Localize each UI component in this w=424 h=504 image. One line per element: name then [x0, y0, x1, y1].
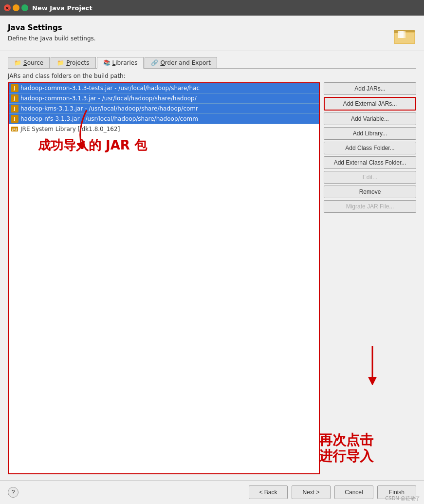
- tab-projects[interactable]: 📁 Projects: [51, 57, 95, 68]
- maximize-window-button[interactable]: [21, 4, 28, 11]
- jar-list-container[interactable]: J hadoop-common-3.1.3-tests.jar - /usr/l…: [8, 82, 320, 474]
- add-jars-button[interactable]: Add JARs...: [324, 82, 416, 95]
- back-button[interactable]: < Back: [249, 485, 288, 499]
- libraries-tab-label: Libraries: [112, 59, 138, 66]
- dialog-body: 📁 Source 📁 Projects 📚 Libraries 🔗 Order …: [0, 51, 424, 480]
- tab-libraries[interactable]: 📚 Libraries: [97, 57, 144, 69]
- header-left: Java Settings Define the Java build sett…: [8, 23, 96, 42]
- remove-button[interactable]: Remove: [324, 186, 416, 198]
- projects-tab-icon: 📁: [57, 59, 64, 66]
- next-button[interactable]: Next >: [292, 485, 331, 499]
- help-icon: ?: [12, 489, 15, 496]
- jar-item-4-text: hadoop-nfs-3.1.3.jar - /usr/local/hadoop…: [20, 115, 198, 122]
- svg-text:JRE: JRE: [12, 128, 18, 131]
- add-library-button[interactable]: Add Library...: [324, 127, 416, 140]
- annotation-right-text: 再次点击 进行导入: [319, 432, 373, 465]
- help-button[interactable]: ?: [8, 487, 18, 498]
- jar-list: J hadoop-common-3.1.3-tests.jar - /usr/l…: [9, 83, 319, 124]
- folder-icon: [393, 23, 416, 47]
- svg-rect-5: [400, 31, 406, 38]
- jar-icon-4: J: [11, 115, 18, 123]
- migrate-jar-button[interactable]: Migrate JAR File...: [324, 200, 416, 213]
- content-area: J hadoop-common-3.1.3-tests.jar - /usr/l…: [8, 82, 416, 474]
- minimize-window-button[interactable]: [13, 4, 19, 11]
- jar-item-2[interactable]: J hadoop-common-3.1.3.jar - /usr/local/h…: [9, 93, 319, 104]
- buttons-panel: Add JARs... Add External JARs... Add Var…: [324, 82, 416, 213]
- page-subtitle: Define the Java build settings.: [8, 35, 96, 42]
- jar-icon-3: J: [11, 105, 18, 112]
- dialog-footer: ? < Back Next > Cancel Finish: [0, 480, 424, 504]
- projects-tab-label: Projects: [66, 59, 89, 66]
- close-window-button[interactable]: ×: [4, 4, 11, 11]
- jar-item-3[interactable]: J hadoop-kms-3.1.3.jar - /usr/local/hado…: [9, 104, 319, 114]
- dialog: Java Settings Define the Java build sett…: [0, 16, 424, 504]
- jar-item-2-text: hadoop-common-3.1.3.jar - /usr/local/had…: [20, 95, 197, 102]
- window-title: New Java Project: [32, 4, 92, 12]
- right-panel: Add JARs... Add External JARs... Add Var…: [324, 82, 416, 474]
- tab-source[interactable]: 📁 Source: [8, 57, 50, 68]
- jre-icon: JRE: [11, 125, 18, 133]
- tab-order-export[interactable]: 🔗 Order and Export: [145, 57, 217, 68]
- libraries-tab-icon: 📚: [103, 59, 111, 66]
- annotation-right-line2: 进行导入: [319, 448, 373, 464]
- watermark: CSDN @菘敬了: [385, 495, 420, 502]
- arrow-annotation-right: [363, 346, 382, 387]
- jar-item-1[interactable]: J hadoop-common-3.1.3-tests.jar - /usr/l…: [9, 83, 319, 93]
- annotation-left-text: 成功导入的 JAR 包: [38, 137, 147, 154]
- cancel-button[interactable]: Cancel: [334, 485, 373, 499]
- add-variable-button[interactable]: Add Variable...: [324, 112, 416, 125]
- jar-icon-2: J: [11, 94, 18, 102]
- jre-item[interactable]: JRE JRE System Library [jdk1.8.0_162]: [9, 124, 319, 134]
- add-external-class-folder-button[interactable]: Add External Class Folder...: [324, 156, 416, 169]
- source-tab-icon: 📁: [14, 59, 21, 66]
- dialog-header: Java Settings Define the Java build sett…: [0, 16, 424, 51]
- source-tab-label: Source: [23, 59, 43, 66]
- jar-item-4[interactable]: J hadoop-nfs-3.1.3.jar - /usr/local/hado…: [9, 114, 319, 124]
- jre-item-text: JRE System Library [jdk1.8.0_162]: [20, 126, 120, 132]
- jar-item-3-text: hadoop-kms-3.1.3.jar - /usr/local/hadoop…: [20, 105, 198, 112]
- section-label: JARs and class folders on the build path…: [8, 73, 416, 79]
- add-class-folder-button[interactable]: Add Class Folder...: [324, 142, 416, 154]
- edit-button[interactable]: Edit...: [324, 171, 416, 184]
- title-bar: × New Java Project: [0, 0, 424, 16]
- add-external-jars-button[interactable]: Add External JARs...: [324, 97, 416, 111]
- page-title: Java Settings: [8, 23, 96, 32]
- annotation-right-line1: 再次点击: [319, 432, 373, 448]
- footer-left: ?: [8, 487, 18, 498]
- jar-item-1-text: hadoop-common-3.1.3-tests.jar - /usr/loc…: [20, 85, 200, 92]
- tab-bar: 📁 Source 📁 Projects 📚 Libraries 🔗 Order …: [8, 57, 416, 69]
- order-export-tab-label: Order and Export: [160, 59, 211, 66]
- jar-icon-1: J: [11, 84, 18, 92]
- window-controls: ×: [4, 4, 28, 11]
- order-export-tab-icon: 🔗: [151, 59, 158, 66]
